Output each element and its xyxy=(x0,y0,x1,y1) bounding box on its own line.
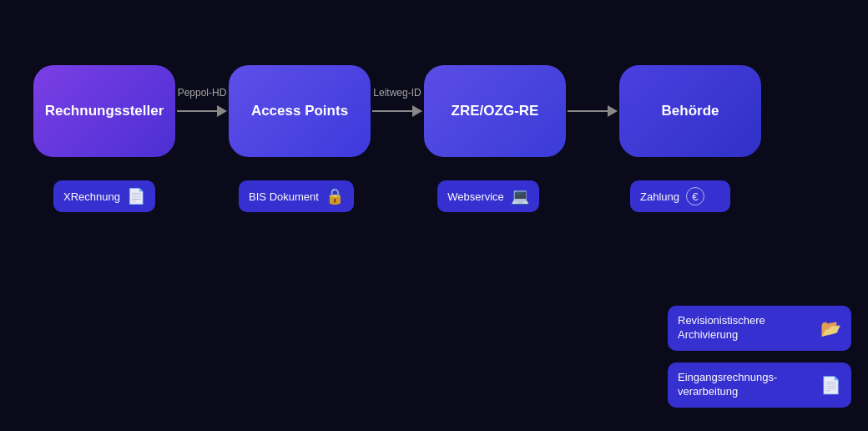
badge-zahlung-icon: € xyxy=(686,187,704,205)
badge-row: XRechnung 📄 BIS Dokument 🔒 Webservice 💻 … xyxy=(17,180,851,212)
node-wrapper-rechnungssteller: Rechnungssteller xyxy=(33,65,175,157)
diagram: Rechnungssteller Peppol-HD Access Points… xyxy=(17,15,851,416)
badge-webservice-icon: 💻 xyxy=(511,187,529,205)
badge-bis-icon: 🔒 xyxy=(326,187,344,205)
badge-webservice-label: Webservice xyxy=(447,190,504,203)
node-label-zre: ZRE/OZG-RE xyxy=(452,102,539,120)
node-wrapper-access-points: Access Points xyxy=(229,65,371,157)
arrow-label-peppol: Peppol-HD xyxy=(178,87,227,99)
badge-wrapper-xrechnung: XRechnung 📄 xyxy=(33,180,175,212)
node-behoerde: Behörde xyxy=(619,65,761,157)
badge-xrechnung: XRechnung 📄 xyxy=(53,180,155,212)
badge-zahlung-label: Zahlung xyxy=(640,190,679,203)
node-label-access-points: Access Points xyxy=(251,102,348,120)
node-rechnungssteller: Rechnungssteller xyxy=(33,65,175,157)
arrow-head-3 xyxy=(608,105,618,117)
node-wrapper-behoerde: Behörde xyxy=(619,65,761,157)
arrow-line-1 xyxy=(177,110,217,112)
badge-xrechnung-label: XRechnung xyxy=(63,190,120,203)
node-label-behoerde: Behörde xyxy=(662,102,719,120)
badge-archivierung-text: Revisionistischere Archivierung xyxy=(678,314,814,342)
arrow-3 xyxy=(568,105,618,117)
badge-eingangsrechnung-icon: 📄 xyxy=(820,374,841,396)
arrow-line-2 xyxy=(372,110,412,112)
badge-eingangsrechnung-text: Eingangsrechnungs- verarbeitung xyxy=(678,371,814,399)
node-zre: ZRE/OZG-RE xyxy=(424,65,566,157)
badge-archivierung-icon: 📂 xyxy=(820,317,841,339)
node-row: Rechnungssteller Peppol-HD Access Points… xyxy=(17,15,851,157)
node-label-rechnungssteller: Rechnungssteller xyxy=(45,102,164,120)
node-wrapper-zre: ZRE/OZG-RE xyxy=(424,65,566,157)
badge-zahlung: Zahlung € xyxy=(630,180,730,212)
arrow-2: Leitweg-ID xyxy=(372,105,422,117)
badge-archivierung: Revisionistischere Archivierung 📂 xyxy=(668,306,851,351)
arrow-label-leitweg: Leitweg-ID xyxy=(373,87,421,99)
badge-wrapper-bis: BIS Dokument 🔒 xyxy=(225,180,367,212)
node-access-points: Access Points xyxy=(229,65,371,157)
arrow-1: Peppol-HD xyxy=(177,105,227,117)
badge-bis: BIS Dokument 🔒 xyxy=(239,180,354,212)
bottom-badges: Revisionistischere Archivierung 📂 Eingan… xyxy=(668,306,851,408)
badge-wrapper-webservice: Webservice 💻 xyxy=(417,180,559,212)
badge-bis-label: BIS Dokument xyxy=(249,190,319,203)
arrow-line-3 xyxy=(568,110,608,112)
badge-wrapper-zahlung: Zahlung € xyxy=(609,180,751,212)
badge-eingangsrechnung-label: Eingangsrechnungs- verarbeitung xyxy=(678,371,777,398)
badge-webservice: Webservice 💻 xyxy=(437,180,539,212)
badge-xrechnung-icon: 📄 xyxy=(127,187,145,205)
badge-archivierung-label: Revisionistischere Archivierung xyxy=(678,314,765,341)
badge-eingangsrechnung: Eingangsrechnungs- verarbeitung 📄 xyxy=(668,363,851,408)
arrow-head-2 xyxy=(412,105,422,117)
arrow-head-1 xyxy=(217,105,227,117)
